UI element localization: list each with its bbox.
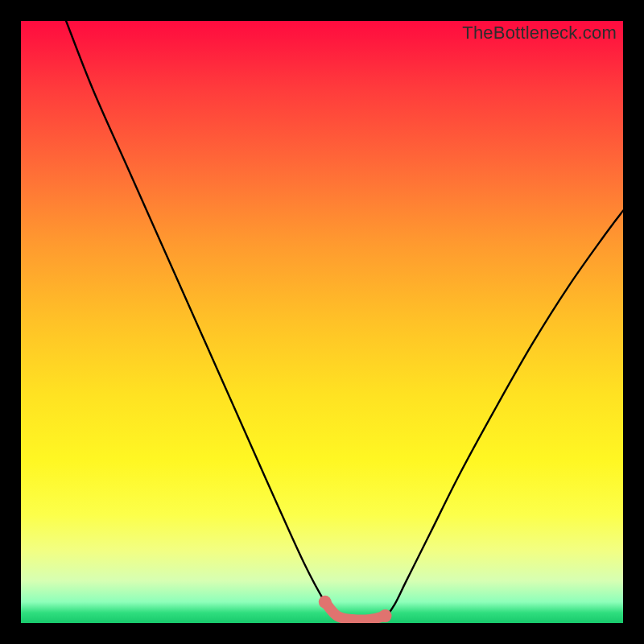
bottleneck-curve [66, 21, 623, 620]
watermark-text: TheBottleneck.com [462, 23, 617, 43]
optimal-zone-highlight [325, 602, 386, 620]
chart-frame: TheBottleneck.com [0, 0, 644, 644]
highlight-end-right [379, 609, 392, 622]
plot-area: TheBottleneck.com [21, 21, 623, 623]
highlight-end-left [319, 596, 332, 609]
curve-layer [21, 21, 623, 623]
